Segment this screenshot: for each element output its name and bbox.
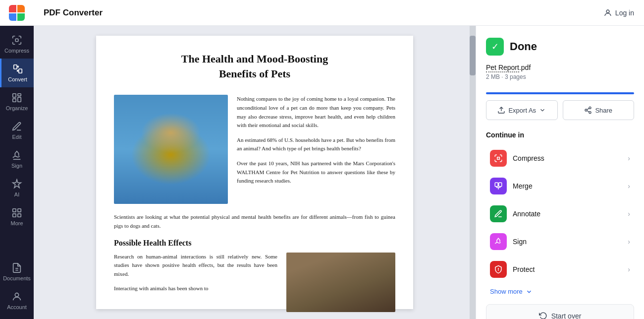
sidebar: Compress Convert Organize: [0, 0, 34, 319]
scrollbar-thumb[interactable]: [470, 36, 476, 75]
ai-icon: [11, 179, 22, 190]
sidebar-item-documents[interactable]: Documents: [0, 257, 34, 286]
sign-arrow: ›: [628, 238, 630, 246]
login-button[interactable]: Log in: [603, 8, 634, 17]
pdf-dog-image: [286, 253, 395, 312]
merge-action-label: Merge: [513, 182, 622, 190]
scrollbar-track[interactable]: [470, 26, 476, 319]
sign-icon: [11, 150, 22, 161]
show-more-label: Show more: [490, 288, 523, 295]
svg-point-25: [498, 270, 499, 270]
svg-rect-23: [499, 183, 502, 187]
action-row: Export As Share: [486, 100, 634, 120]
compress-icon: [11, 35, 22, 46]
svg-rect-21: [497, 157, 500, 160]
done-check-icon: ✓: [486, 38, 504, 56]
merge-action-icon: [490, 178, 507, 194]
done-title: Done: [510, 40, 537, 53]
convert-icon: [12, 64, 23, 74]
right-panel: ✓ Done Pet Report.pdf 2 MB · 3 pages Dow…: [476, 26, 644, 319]
file-ext: .pdf: [519, 64, 531, 71]
svg-rect-0: [15, 39, 18, 42]
pdf-para5: Research on human-animal interactions is…: [114, 253, 277, 279]
show-more-chevron-icon: [526, 288, 533, 295]
sidebar-item-convert-label: Convert: [8, 76, 27, 82]
svg-line-20: [587, 108, 590, 110]
svg-point-14: [606, 10, 609, 13]
done-header: ✓ Done: [486, 38, 634, 56]
continue-item-compress[interactable]: Compress ›: [486, 145, 634, 172]
organize-icon: [11, 92, 22, 103]
download-button[interactable]: Download: [487, 93, 612, 94]
svg-rect-3: [13, 94, 16, 97]
protect-action-label: Protect: [513, 265, 622, 273]
share-button[interactable]: Share: [563, 100, 635, 120]
sidebar-item-ai-label: AI: [14, 191, 19, 197]
svg-point-16: [589, 107, 591, 109]
pdf-subtitle: Possible Health Effects: [114, 239, 395, 248]
export-caret-icon: [539, 107, 546, 114]
sidebar-item-convert[interactable]: Convert: [0, 59, 34, 87]
show-more-button[interactable]: Show more: [490, 288, 630, 295]
svg-rect-6: [18, 97, 21, 102]
account-icon: [11, 291, 22, 302]
pdf-para3: Over the past 10 years, NIH has partnere…: [237, 159, 395, 186]
svg-rect-22: [495, 183, 498, 187]
main-area: PDF Converter Log in The Health and Mood…: [34, 0, 644, 319]
continue-item-sign[interactable]: Sign ›: [486, 228, 634, 255]
file-info: Pet Report.pdf 2 MB · 3 pages: [486, 64, 634, 90]
annotate-action-icon: [490, 205, 507, 222]
topbar: PDF Converter Log in: [34, 0, 644, 26]
svg-rect-7: [13, 209, 16, 212]
share-icon: [584, 106, 592, 114]
sign-action-label: Sign: [513, 238, 622, 246]
merge-arrow: ›: [628, 182, 630, 190]
protect-action-icon: [490, 261, 507, 278]
start-over-label: Start over: [551, 312, 582, 319]
documents-icon: [11, 262, 22, 273]
pdf-title: The Health and Mood-BoostingBenefits of …: [114, 52, 395, 81]
sidebar-item-edit-label: Edit: [12, 134, 22, 140]
sidebar-item-edit[interactable]: Edit: [0, 116, 34, 145]
svg-line-19: [587, 111, 590, 112]
svg-point-17: [585, 109, 587, 111]
pdf-viewer[interactable]: The Health and Mood-BoostingBenefits of …: [34, 26, 476, 319]
edit-icon: [11, 121, 22, 132]
sidebar-item-compress[interactable]: Compress: [0, 30, 34, 59]
file-name-base: Pet Report: [486, 64, 519, 72]
download-btn-group: Download: [486, 92, 634, 94]
pdf-para1: Nothing compares to the joy of coming ho…: [237, 95, 395, 129]
sidebar-item-documents-label: Documents: [3, 275, 31, 281]
sidebar-item-sign-label: Sign: [11, 163, 22, 169]
export-as-label: Export As: [508, 107, 536, 114]
sidebar-item-organize-label: Organize: [6, 105, 28, 111]
start-over-button[interactable]: Start over: [486, 304, 634, 319]
user-icon: [603, 8, 612, 17]
sidebar-bottom: Documents Account: [0, 257, 34, 319]
file-name: Pet Report.pdf: [486, 64, 634, 71]
export-icon: [497, 106, 505, 114]
sidebar-item-organize[interactable]: Organize: [0, 87, 34, 116]
pdf-para2: An estimated 68% of U.S. households have…: [237, 136, 395, 153]
sidebar-nav: Compress Convert Organize: [0, 26, 34, 319]
svg-rect-9: [13, 214, 16, 217]
sidebar-item-account[interactable]: Account: [0, 286, 34, 315]
export-as-button[interactable]: Export As: [486, 100, 558, 120]
protect-arrow: ›: [628, 265, 630, 273]
pdf-page: The Health and Mood-BoostingBenefits of …: [96, 36, 413, 309]
login-label: Log in: [615, 9, 634, 17]
svg-rect-2: [18, 69, 21, 73]
continue-item-protect[interactable]: Protect ›: [486, 256, 634, 283]
sidebar-item-account-label: Account: [7, 304, 27, 310]
svg-rect-8: [18, 209, 21, 212]
refresh-icon: [539, 312, 547, 319]
download-caret-button[interactable]: [612, 93, 633, 94]
pdf-text-col2: Research on human-animal interactions is…: [114, 253, 277, 312]
continue-item-merge[interactable]: Merge ›: [486, 173, 634, 199]
sidebar-item-sign[interactable]: Sign: [0, 145, 34, 174]
continue-item-annotate[interactable]: Annotate ›: [486, 200, 634, 227]
sidebar-item-ai[interactable]: AI: [0, 174, 34, 202]
more-icon: [11, 207, 22, 218]
sidebar-item-more-label: More: [10, 220, 23, 226]
sidebar-item-more[interactable]: More: [0, 202, 34, 231]
